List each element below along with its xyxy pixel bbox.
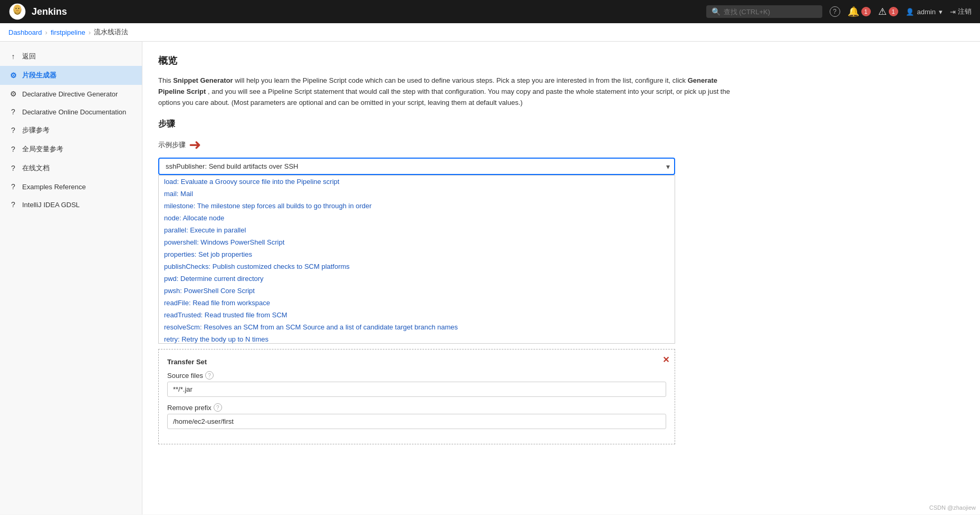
sidebar-label-declarative-directive: Declarative Directive Generator — [22, 90, 118, 98]
warning-icon: ⚠ — [878, 6, 887, 17]
jenkins-logo — [8, 3, 26, 21]
main-content: 概览 This Snippet Generator will help you … — [142, 42, 980, 514]
username: admin — [917, 8, 936, 16]
sidebar-label-global-vars: 全局变量参考 — [22, 144, 63, 154]
list-item[interactable]: powershell: Windows PowerShell Script — [159, 236, 675, 248]
list-item[interactable]: readTrusted: Read trusted file from SCM — [159, 309, 675, 321]
sidebar-item-online-docs[interactable]: ? 在线文档 — [0, 159, 142, 178]
sidebar-label-examples: Examples Reference — [22, 183, 86, 191]
question-icon-5: ? — [8, 182, 18, 191]
question-icon-1: ? — [8, 108, 18, 116]
breadcrumb: Dashboard › firstpipeline › 流水线语法 — [0, 23, 980, 42]
question-icon-3: ? — [8, 145, 18, 153]
logout-button[interactable]: ⇥ 注销 — [950, 7, 972, 16]
user-icon: 👤 — [906, 8, 914, 16]
watermark: CSDN @zhaojiew — [929, 504, 976, 511]
search-box[interactable]: 🔍 — [706, 5, 822, 18]
sidebar-label-declarative-online-doc: Declarative Online Documentation — [22, 108, 126, 116]
breadcrumb-sep-1: › — [45, 28, 47, 36]
sidebar-item-examples-reference[interactable]: ? Examples Reference — [0, 178, 142, 196]
step-example-arrow: 示例步骤 ➜ — [158, 136, 964, 153]
list-item[interactable]: load: Evaluate a Groovy source file into… — [159, 176, 675, 188]
sidebar-item-back[interactable]: ↑ 返回 — [0, 47, 142, 66]
transfer-section: ✕ Transfer Set Source files ? Remove pre… — [158, 349, 675, 444]
notification-count: 1 — [861, 7, 871, 16]
steps-title: 步骤 — [158, 119, 964, 130]
list-item[interactable]: milestone: The milestone step forces all… — [159, 200, 675, 212]
gear-icon-1: ⚙ — [8, 71, 18, 80]
sidebar-item-global-vars[interactable]: ? 全局变量参考 — [0, 140, 142, 159]
logout-icon: ⇥ — [950, 8, 956, 16]
source-files-label: Source files ? — [167, 371, 666, 380]
source-files-input[interactable] — [167, 382, 666, 397]
sidebar-item-steps-reference[interactable]: ? 步骤参考 — [0, 121, 142, 140]
header-right: 🔍 ? 🔔 1 ⚠ 1 👤 admin ▾ ⇥ 注销 — [706, 5, 972, 18]
red-arrow-icon: ➜ — [189, 136, 201, 153]
list-item[interactable]: mail: Mail — [159, 188, 675, 200]
breadcrumb-firstpipeline[interactable]: firstpipeline — [51, 28, 85, 36]
bell-icon: 🔔 — [848, 6, 859, 17]
remove-prefix-field: Remove prefix ? — [167, 403, 666, 429]
list-item[interactable]: resolveScm: Resolves an SCM from an SCM … — [159, 321, 675, 333]
gear-icon-2: ⚙ — [8, 90, 18, 98]
step-dropdown[interactable]: sshPublisher: Send build artifacts over … — [158, 158, 675, 175]
sidebar: ↑ 返回 ⚙ 片段生成器 ⚙ Declarative Directive Gen… — [0, 42, 142, 514]
sidebar-item-declarative-directive[interactable]: ⚙ Declarative Directive Generator — [0, 85, 142, 103]
list-item[interactable]: pwsh: PowerShell Core Script — [159, 285, 675, 297]
list-item[interactable]: node: Allocate node — [159, 212, 675, 224]
warning-badge[interactable]: ⚠ 1 — [878, 6, 898, 17]
question-icon-6: ? — [8, 200, 18, 209]
user-dropdown-icon: ▾ — [939, 8, 943, 16]
question-icon-4: ? — [8, 164, 18, 172]
remove-prefix-input[interactable] — [167, 414, 666, 429]
source-files-help-icon[interactable]: ? — [205, 371, 214, 380]
transfer-close-button[interactable]: ✕ — [662, 355, 669, 365]
search-input[interactable] — [724, 8, 817, 16]
notification-badge[interactable]: 🔔 1 — [848, 6, 871, 17]
overview-text-3: , and you will see a Pipeline Script sta… — [158, 88, 730, 106]
list-item[interactable]: parallel: Execute in parallel — [159, 224, 675, 236]
overview-text-2: will help you learn the Pipeline Script … — [235, 76, 687, 84]
svg-point-4 — [15, 8, 16, 9]
back-icon: ↑ — [8, 52, 18, 61]
step-example-label: 示例步骤 — [158, 140, 186, 150]
svg-point-5 — [18, 8, 20, 9]
warning-count: 1 — [889, 7, 898, 16]
breadcrumb-dashboard[interactable]: Dashboard — [8, 28, 42, 36]
header: Jenkins 🔍 ? 🔔 1 ⚠ 1 👤 admin ▾ ⇥ 注销 — [0, 0, 980, 23]
list-item[interactable]: retry: Retry the body up to N times — [159, 333, 675, 344]
transfer-set-title: Transfer Set — [167, 358, 666, 366]
list-item[interactable]: pwd: Determine current directory — [159, 273, 675, 285]
sidebar-label-back: 返回 — [22, 52, 36, 61]
search-icon: 🔍 — [712, 7, 720, 16]
sidebar-label-online-docs: 在线文档 — [22, 163, 50, 173]
sidebar-label-snippet: 片段生成器 — [22, 71, 56, 80]
question-icon-2: ? — [8, 126, 18, 134]
user-menu[interactable]: 👤 admin ▾ — [906, 8, 943, 16]
list-item[interactable]: readFile: Read file from workspace — [159, 297, 675, 309]
sidebar-item-intellij-gdsl[interactable]: ? IntelliJ IDEA GDSL — [0, 196, 142, 213]
sidebar-label-intellij: IntelliJ IDEA GDSL — [22, 201, 80, 209]
jenkins-title: Jenkins — [32, 6, 67, 17]
list-item[interactable]: properties: Set job properties — [159, 248, 675, 260]
snippet-generator-bold: Snippet Generator — [173, 76, 233, 84]
dropdown-list: load: Evaluate a Groovy source file into… — [158, 175, 675, 344]
breadcrumb-sep-2: › — [89, 28, 91, 36]
layout: ↑ 返回 ⚙ 片段生成器 ⚙ Declarative Directive Gen… — [0, 42, 980, 514]
list-item[interactable]: publishChecks: Publish customized checks… — [159, 260, 675, 273]
header-left: Jenkins — [8, 3, 67, 21]
sidebar-item-snippet-generator[interactable]: ⚙ 片段生成器 — [0, 66, 142, 85]
help-circle-icon[interactable]: ? — [830, 6, 840, 17]
breadcrumb-current: 流水线语法 — [94, 27, 128, 37]
remove-prefix-help-icon[interactable]: ? — [214, 403, 222, 412]
sidebar-label-steps-ref: 步骤参考 — [22, 125, 50, 135]
overview-text: This Snippet Generator will help you lea… — [158, 75, 738, 108]
remove-prefix-label: Remove prefix ? — [167, 403, 666, 412]
step-dropdown-container: sshPublisher: Send build artifacts over … — [158, 158, 675, 175]
source-files-field: Source files ? — [167, 371, 666, 397]
page-title: 概览 — [158, 54, 964, 67]
sidebar-item-declarative-online-doc[interactable]: ? Declarative Online Documentation — [0, 103, 142, 121]
